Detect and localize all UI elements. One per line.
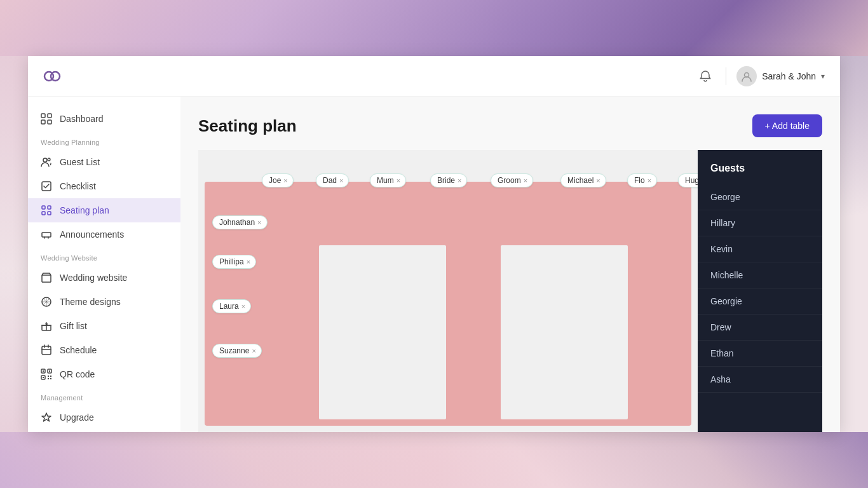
svg-rect-20: [49, 370, 50, 372]
sidebar-item-upgrade[interactable]: Upgrade: [28, 405, 180, 430]
qr-code-label: QR code: [60, 369, 95, 379]
sidebar-item-schedule[interactable]: Schedule: [28, 338, 180, 362]
sidebar-item-gift-list[interactable]: Gift list: [28, 314, 180, 338]
remove-mum[interactable]: ×: [397, 177, 400, 184]
page-header: Seating plan + Add table: [198, 114, 822, 137]
sidebar-item-seating-plan[interactable]: Seating plan: [28, 198, 180, 222]
sidebar-item-dashboard[interactable]: Dashboard: [28, 107, 180, 131]
seating-icon: [41, 205, 52, 216]
gift-icon: [41, 320, 52, 332]
svg-rect-24: [48, 378, 49, 379]
remove-phillipa[interactable]: ×: [247, 259, 250, 266]
svg-rect-21: [43, 377, 44, 378]
guest-tag-flo: Flo ×: [627, 173, 657, 187]
announce-icon: [41, 229, 52, 240]
topbar-divider: [726, 67, 726, 85]
guests-panel: Guests George Hillary Kevin Michelle Geo…: [698, 150, 822, 432]
page-title: Seating plan: [198, 116, 297, 136]
guest-tag-laura: Laura ×: [212, 299, 251, 313]
upgrade-label: Upgrade: [60, 412, 94, 423]
guest-item-kevin[interactable]: Kevin: [698, 236, 822, 262]
svg-point-6: [43, 158, 47, 162]
sidebar-header: [28, 56, 180, 97]
bell-icon: [699, 70, 712, 83]
remove-dad[interactable]: ×: [339, 177, 343, 184]
svg-rect-15: [42, 346, 51, 355]
sidebar-item-theme-designs[interactable]: Theme designs: [28, 290, 180, 314]
guest-item-ethan[interactable]: Ethan: [698, 341, 822, 367]
sidebar-item-checklist[interactable]: Checklist: [28, 174, 180, 198]
svg-rect-9: [42, 206, 45, 209]
theme-icon: [41, 296, 52, 308]
website-icon: [41, 272, 52, 283]
remove-suzanne[interactable]: ×: [252, 348, 255, 355]
guest-item-michelle[interactable]: Michelle: [698, 262, 822, 288]
upgrade-icon: [41, 412, 52, 423]
section-planning-label: Wedding Planning: [28, 131, 180, 150]
dashboard-icon: [41, 113, 52, 125]
svg-rect-4: [41, 120, 45, 124]
guest-tag-dad: Dad ×: [316, 173, 349, 187]
chevron-down-icon: ▾: [821, 72, 825, 81]
seating-canvas: Joe × Dad × Mum × Bride ×: [198, 150, 698, 432]
notifications-bell[interactable]: [695, 66, 715, 86]
table-inner-left: [319, 245, 446, 419]
wedding-website-label: Wedding website: [60, 273, 127, 283]
user-name: Sarah & John: [762, 71, 816, 81]
guest-tag-suzanne: Suzanne ×: [212, 344, 262, 358]
topbar: Sarah & John ▾: [180, 56, 840, 97]
guest-item-george[interactable]: George: [698, 184, 822, 210]
remove-joe[interactable]: ×: [283, 177, 287, 184]
sidebar-item-wedding-website[interactable]: Wedding website: [28, 266, 180, 290]
schedule-icon: [41, 344, 52, 356]
remove-groom[interactable]: ×: [524, 177, 527, 184]
svg-rect-19: [43, 370, 44, 372]
sidebar-item-announcements[interactable]: Announcements: [28, 222, 180, 247]
svg-rect-23: [50, 376, 51, 377]
schedule-label: Schedule: [60, 345, 97, 355]
table-shape: [205, 182, 691, 426]
svg-rect-22: [48, 376, 49, 377]
svg-rect-10: [48, 206, 51, 209]
svg-rect-3: [48, 114, 51, 118]
section-management-label: Management: [28, 386, 180, 405]
sidebar-nav: Dashboard Wedding Planning Guest List: [28, 97, 180, 432]
dashboard-label: Dashboard: [60, 114, 104, 124]
sidebar: Dashboard Wedding Planning Guest List: [28, 56, 180, 432]
guest-tag-joe: Joe ×: [262, 173, 294, 187]
guests-icon: [41, 156, 52, 168]
remove-johnathan[interactable]: ×: [257, 219, 261, 226]
remove-michael[interactable]: ×: [596, 177, 600, 184]
checklist-label: Checklist: [60, 181, 96, 191]
sidebar-item-qr-code[interactable]: QR code: [28, 362, 180, 386]
page-body: Seating plan + Add table Joe ×: [180, 97, 840, 432]
guest-tag-johnathan: Johnathan ×: [212, 215, 268, 229]
checklist-icon: [41, 180, 52, 192]
floral-bottom-decoration: [0, 432, 868, 488]
guest-tag-groom: Groom ×: [491, 173, 533, 187]
seating-area: Joe × Dad × Mum × Bride ×: [198, 150, 822, 432]
announcements-label: Announcements: [60, 229, 124, 240]
guest-tag-mum: Mum ×: [370, 173, 406, 187]
guest-tag-michael: Michael ×: [560, 173, 606, 187]
remove-bride[interactable]: ×: [458, 177, 461, 184]
svg-rect-12: [48, 212, 51, 215]
svg-point-7: [48, 158, 50, 161]
guest-item-drew[interactable]: Drew: [698, 315, 822, 341]
guest-tag-hugo: Hugo ×: [678, 173, 698, 187]
guest-item-hillary[interactable]: Hillary: [698, 210, 822, 236]
guest-item-asha[interactable]: Asha: [698, 367, 822, 393]
section-website-label: Wedding Website: [28, 247, 180, 266]
svg-rect-25: [50, 378, 51, 379]
user-menu[interactable]: Sarah & John ▾: [736, 66, 825, 86]
logo-icon: [41, 65, 64, 88]
sidebar-item-guest-list[interactable]: Guest List: [28, 150, 180, 174]
avatar: [736, 66, 757, 86]
app-container: Dashboard Wedding Planning Guest List: [28, 56, 840, 432]
remove-laura[interactable]: ×: [241, 303, 245, 310]
add-table-button[interactable]: + Add table: [752, 114, 822, 137]
floral-top-decoration: [0, 0, 868, 56]
svg-rect-5: [48, 120, 51, 124]
guest-item-georgie[interactable]: Georgie: [698, 288, 822, 315]
remove-flo[interactable]: ×: [648, 177, 651, 184]
